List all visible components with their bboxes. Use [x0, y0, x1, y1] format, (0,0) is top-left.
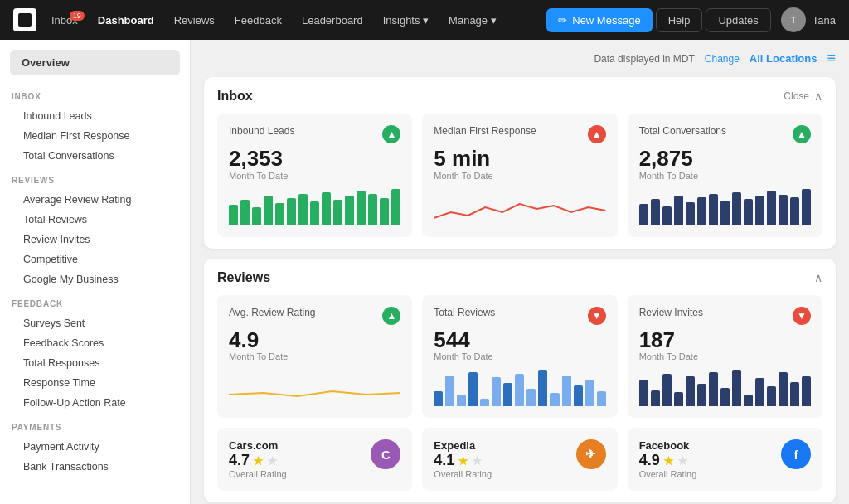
- metric-value-median: 5 min: [434, 147, 605, 171]
- reviews-section-header: Reviews ∧: [217, 270, 822, 285]
- sidebar-item-surveys-sent[interactable]: Surveys Sent: [12, 313, 178, 333]
- metric-card-median-response: Median First Response ▲ 5 min Month To D…: [422, 114, 617, 237]
- metric-value-avg-rating: 4.9: [229, 328, 400, 352]
- sidebar-item-google-my-business[interactable]: Google My Business: [12, 269, 178, 289]
- sidebar-section-reviews: REVIEWS Average Review Rating Total Revi…: [0, 169, 190, 293]
- bar: [802, 376, 811, 407]
- sidebar-section-inbox: INBOX Inbound Leads Median First Respons…: [0, 85, 190, 169]
- nav-item-leaderboard[interactable]: Leaderboard: [294, 9, 371, 32]
- bar: [550, 393, 559, 406]
- reviews-chevron-up-icon[interactable]: ∧: [814, 271, 822, 284]
- sidebar: Overview INBOX Inbound Leads Median Firs…: [0, 40, 191, 504]
- bar: [709, 194, 718, 225]
- sidebar-item-total-conversations[interactable]: Total Conversations: [12, 146, 178, 166]
- star-icon-3: ★: [663, 454, 674, 468]
- bar: [674, 392, 683, 406]
- metric-card-total-conversations: Total Conversations ▲ 2,875 Month To Dat…: [628, 114, 822, 237]
- updates-button[interactable]: Updates: [706, 8, 770, 32]
- metric-value-total-reviews: 544: [434, 328, 605, 352]
- source-rating-cars: 4.7 ★ ★: [229, 452, 362, 469]
- source-sublabel-cars: Overall Rating: [229, 469, 362, 479]
- main-header-right: Data displayed in MDT Change All Locatio…: [594, 50, 836, 67]
- star-empty-icon-3: ★: [677, 454, 688, 468]
- metric-period-total-conv: Month To Date: [639, 171, 811, 181]
- bar: [480, 399, 489, 406]
- source-sublabel-facebook: Overall Rating: [639, 469, 773, 479]
- nav-item-inbox[interactable]: Inbox 19: [43, 9, 86, 32]
- metric-badge-total-reviews: ▼: [588, 307, 606, 325]
- metric-badge-total-conv: ▲: [793, 125, 811, 143]
- sidebar-item-followup-action-rate[interactable]: Follow-Up Action Rate: [12, 393, 178, 413]
- bar: [686, 376, 695, 407]
- locations-label[interactable]: All Locations: [750, 52, 817, 65]
- bar: [457, 395, 466, 406]
- help-button[interactable]: Help: [656, 8, 703, 32]
- sidebar-item-total-reviews[interactable]: Total Reviews: [12, 210, 178, 230]
- nav-item-manage[interactable]: Manage ▾: [440, 9, 505, 32]
- close-label: Close: [784, 90, 809, 102]
- source-name-cars: Cars.com: [229, 439, 362, 452]
- metric-period-review-invites: Month To Date: [639, 351, 811, 361]
- nav-item-dashboard[interactable]: Dashboard: [90, 9, 163, 32]
- sidebar-item-inbound-leads[interactable]: Inbound Leads: [12, 106, 178, 126]
- inbox-metrics-grid: Inbound Leads ▲ 2,353 Month To Date Medi…: [217, 114, 822, 237]
- metric-header-review-invites: Review Invites ▼: [639, 307, 811, 325]
- metric-badge-avg-rating: ▲: [382, 307, 400, 325]
- bar: [720, 201, 730, 225]
- bar: [275, 203, 284, 225]
- sidebar-item-avg-review-rating[interactable]: Average Review Rating: [12, 190, 178, 210]
- sidebar-overview[interactable]: Overview: [10, 50, 180, 75]
- bar: [368, 194, 377, 225]
- pencil-icon: ✏: [558, 14, 567, 27]
- main-content: Data displayed in MDT Change All Locatio…: [191, 40, 849, 504]
- sidebar-item-competitive[interactable]: Competitive: [12, 250, 178, 269]
- nav-item-insights[interactable]: Insights ▾: [375, 9, 437, 32]
- bar: [391, 189, 400, 225]
- chart-median: [434, 189, 605, 225]
- chart-review-invites: [639, 370, 811, 406]
- bar: [767, 191, 776, 225]
- bar: [662, 206, 672, 225]
- metric-label-review-invites: Review Invites: [639, 307, 703, 318]
- metric-period-median: Month To Date: [434, 171, 605, 181]
- sidebar-item-bank-transactions[interactable]: Bank Transactions: [12, 457, 178, 477]
- sidebar-item-total-responses[interactable]: Total Responses: [12, 353, 178, 373]
- bar: [767, 386, 776, 406]
- bar: [779, 372, 788, 407]
- change-link[interactable]: Change: [705, 53, 740, 65]
- sidebar-item-feedback-scores[interactable]: Feedback Scores: [12, 333, 178, 353]
- timezone-label: Data displayed in MDT: [594, 53, 694, 65]
- bar: [468, 372, 478, 407]
- cars-logo-icon: C: [371, 439, 400, 469]
- bar: [310, 201, 319, 225]
- source-info-expedia: Expedia 4.1 ★ ★ Overall Rating: [434, 439, 567, 479]
- metric-badge-review-invites: ▼: [793, 307, 811, 325]
- sidebar-item-response-time[interactable]: Response Time: [12, 373, 178, 393]
- bar: [526, 389, 536, 406]
- bar: [287, 198, 296, 225]
- inbox-close-button[interactable]: Close ∧: [784, 90, 822, 103]
- bar: [697, 197, 706, 225]
- sidebar-item-payment-activity[interactable]: Payment Activity: [12, 437, 178, 457]
- bar: [252, 207, 261, 225]
- sidebar-item-median-first-response[interactable]: Median First Response: [12, 126, 178, 146]
- nav-item-reviews[interactable]: Reviews: [166, 9, 223, 32]
- bar: [790, 382, 799, 406]
- bar: [732, 192, 741, 225]
- metric-badge-inbound: ▲: [382, 125, 400, 143]
- nav-item-feedback[interactable]: Feedback: [226, 9, 290, 32]
- rating-value-facebook: 4.9: [639, 452, 660, 469]
- topnav: Inbox 19 Dashboard Reviews Feedback Lead…: [0, 0, 849, 40]
- bar: [755, 196, 764, 225]
- metric-period-avg-rating: Month To Date: [229, 351, 400, 361]
- inbox-section: Inbox Close ∧ Inbound Leads ▲ 2,353 Mont…: [204, 77, 836, 249]
- metric-value-review-invites: 187: [639, 328, 811, 352]
- bar: [639, 204, 648, 225]
- new-message-button[interactable]: ✏ New Message: [546, 8, 652, 32]
- expedia-logo-icon: ✈: [576, 439, 606, 469]
- sidebar-item-review-invites[interactable]: Review Invites: [12, 230, 178, 250]
- bar: [686, 202, 695, 225]
- bar: [538, 370, 547, 406]
- hamburger-icon[interactable]: ≡: [827, 50, 836, 67]
- bar: [562, 376, 571, 406]
